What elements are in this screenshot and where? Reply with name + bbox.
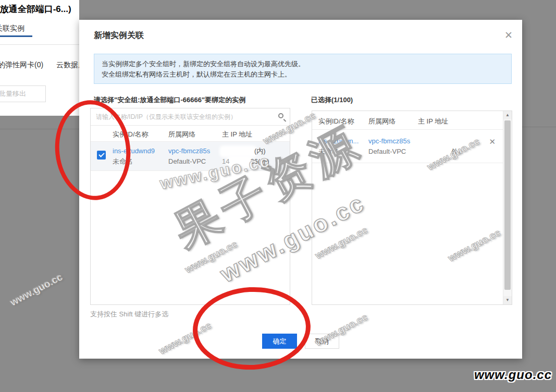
vpc-id-link[interactable]: vpc-fbmcz85s	[168, 146, 210, 156]
search-bar	[91, 108, 290, 126]
redacted-ip	[222, 148, 254, 155]
background-row-line	[0, 129, 79, 129]
scroll-down-icon[interactable]: ▼	[503, 296, 512, 304]
col-network: 所属网络	[168, 130, 195, 139]
instance-cell: ins-e2udwnd9 未命名	[113, 146, 155, 167]
redacted-ip	[229, 158, 250, 165]
remove-instance-icon[interactable]: ✕	[489, 137, 496, 146]
row-checkbox-checked[interactable]	[97, 151, 106, 160]
instance-name: 未命名	[318, 146, 359, 157]
col-network: 所属网络	[368, 117, 396, 126]
watermark-site-tile: www.guo.cc	[8, 271, 65, 308]
security-group-title: (放通全部端口-6...)	[0, 3, 71, 15]
selected-list-viewport: 实例ID/名称 所属网络 主 IP 地址 ins-e2udwn... 未命名 v…	[312, 111, 503, 304]
ip-fragment: 外)	[451, 148, 460, 155]
tab-elastic-nic[interactable]: 的弹性网卡(0)	[0, 60, 43, 70]
instance-picker-list: 实例ID/名称 所属网络 主 IP 地址 ins-e2udwnd9 未命名 vp…	[90, 108, 290, 305]
vpc-name: Default-VPC	[368, 146, 410, 157]
batch-remove-button[interactable]: 批量移出	[0, 85, 46, 102]
cancel-button[interactable]: 取消	[305, 334, 339, 349]
dialog-title: 新增实例关联	[94, 30, 144, 41]
instance-id-link[interactable]: ins-e2udwn...	[318, 136, 359, 146]
col-instance-id: 实例ID/名称	[318, 117, 354, 126]
ip-fragment: 14	[222, 157, 229, 165]
ip-fragment: 26(外)	[250, 157, 269, 165]
network-cell: vpc-fbmcz85s Default-VPC	[168, 146, 210, 167]
network-cell: vpc-fbmcz85s Default-VPC	[368, 136, 410, 157]
ip-fragment: (内)	[254, 147, 266, 155]
redacted-ip	[418, 149, 451, 155]
ip-cell: (内) 1426(外)	[222, 146, 269, 167]
scroll-up-icon[interactable]: ▲	[503, 111, 512, 119]
instance-name: 未命名	[113, 156, 155, 167]
vpc-name: Default-VPC	[168, 156, 210, 167]
multi-select-hint: 支持按住 Shift 键进行多选	[90, 310, 168, 319]
left-panel-label: 请选择"安全组:放通全部端口-66666"要绑定的实例	[94, 95, 245, 105]
add-instance-association-dialog: 新增实例关联 ✕ 当实例绑定多个安全组时，新绑定的安全组将自动设为最高优先级。 …	[79, 20, 522, 359]
tab-active-underline	[0, 35, 32, 37]
scrollbar-thumb[interactable]	[504, 120, 511, 290]
search-icon[interactable]	[278, 113, 283, 118]
table-row[interactable]: ins-e2udwnd9 未命名 vpc-fbmcz85s Default-VP…	[91, 142, 290, 171]
background-row-line	[522, 127, 556, 127]
watermark-logo: www.guo.cc	[474, 368, 552, 382]
selected-instances-list: 实例ID/名称 所属网络 主 IP 地址 ins-e2udwn... 未命名 v…	[312, 111, 512, 305]
notice-line: 安全组绑定私有网络云主机时，默认绑定在云主机的主网卡上。	[102, 69, 504, 80]
col-instance-id: 实例ID/名称	[113, 130, 149, 139]
confirm-button[interactable]: 确定	[262, 334, 297, 349]
ip-cell: 外)	[418, 136, 461, 157]
col-main-ip: 主 IP 地址	[418, 117, 448, 126]
instance-cell: ins-e2udwn... 未命名	[318, 136, 359, 157]
tab-cloud-database[interactable]: 云数据库	[56, 60, 79, 70]
vpc-id-link[interactable]: vpc-fbmcz85s	[368, 136, 410, 146]
redacted-ip	[418, 138, 461, 145]
right-panel-label: 已选择(1/100)	[311, 95, 353, 105]
col-main-ip: 主 IP 地址	[222, 130, 252, 139]
notice-line: 当实例绑定多个安全组时，新绑定的安全组将自动设为最高优先级。	[102, 59, 504, 69]
notice-banner: 当实例绑定多个安全组时，新绑定的安全组将自动设为最高优先级。 安全组绑定私有网络…	[94, 54, 512, 84]
divider	[0, 44, 79, 45]
close-icon[interactable]: ✕	[504, 30, 513, 40]
search-input[interactable]	[91, 108, 290, 125]
tab-associated-instances[interactable]: 关联实例	[0, 24, 24, 33]
screen: (放通全部端口-6...) 关联实例 的弹性网卡(0) 云数据库 批量移出 新增…	[0, 0, 556, 392]
instance-id-link[interactable]: ins-e2udwnd9	[113, 146, 155, 156]
scrollbar[interactable]: ▲ ▼	[503, 111, 512, 304]
background-page: (放通全部端口-6...) 关联实例 的弹性网卡(0) 云数据库 批量移出	[0, 0, 79, 116]
table-header: 实例ID/名称 所属网络 主 IP 地址	[91, 126, 290, 142]
table-header: 实例ID/名称 所属网络 主 IP 地址	[312, 111, 503, 130]
table-row: ins-e2udwn... 未命名 vpc-fbmcz85s Default-V…	[312, 130, 503, 163]
